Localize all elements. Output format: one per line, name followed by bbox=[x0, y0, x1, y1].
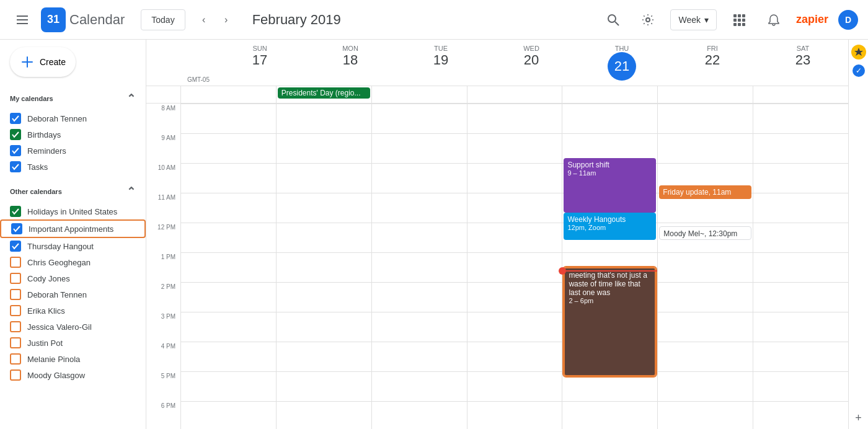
calendar-checkbox[interactable] bbox=[10, 241, 21, 252]
hour-line bbox=[372, 282, 467, 283]
all-day-cell bbox=[180, 86, 276, 103]
calendar-event-meeting-waste[interactable]: meeting that's not just a waste of time … bbox=[564, 267, 656, 376]
day-header-cell: SAT 23 bbox=[758, 40, 848, 86]
hour-line bbox=[467, 223, 562, 223]
svg-rect-9 bbox=[733, 19, 737, 22]
day-name: SUN bbox=[215, 45, 305, 52]
hour-line bbox=[372, 223, 467, 223]
calendar-checkbox[interactable] bbox=[10, 145, 21, 156]
hour-line bbox=[277, 282, 371, 283]
week-selector[interactable]: Week ▾ bbox=[670, 9, 717, 30]
calendar-area: GMT-05 SUN 17 MON 18 TUE 19 WED 20 THU 2… bbox=[146, 40, 848, 429]
hour-line bbox=[658, 312, 753, 312]
grid-columns: Support shift9 – 11amWeekly Hangouts12pm… bbox=[180, 104, 848, 429]
sidebar-item-other-calendar[interactable]: Melanie Pinola bbox=[0, 351, 146, 367]
sidebar-item-other-calendar[interactable]: Justin Pot bbox=[0, 335, 146, 351]
calendar-event-weekly-hangouts[interactable]: Weekly Hangouts12pm, Zoom bbox=[564, 213, 656, 240]
sidebar-item-other-calendar[interactable]: Deborah Tennen bbox=[0, 286, 146, 303]
hour-line bbox=[467, 312, 562, 312]
sidebar-item-my-calendar[interactable]: Reminders bbox=[0, 143, 146, 159]
event-subtitle: 2 – 6pm bbox=[569, 297, 651, 304]
day-name: WED bbox=[486, 45, 577, 52]
apps-button[interactable] bbox=[727, 7, 751, 32]
hour-line bbox=[658, 371, 753, 372]
calendar-event-moody-mel[interactable]: Moody Mel~, 12:30pm bbox=[659, 226, 751, 240]
all-day-cells: Presidents' Day (regio... bbox=[180, 86, 848, 103]
day-number: 21 bbox=[608, 52, 636, 81]
sidebar: Create My calendars ⌃ Deborah Tennen Bir… bbox=[0, 40, 146, 429]
calendar-checkbox[interactable] bbox=[10, 206, 21, 217]
grid-column bbox=[371, 104, 467, 429]
time-label: 5 PM bbox=[146, 371, 180, 401]
calendar-checkbox[interactable] bbox=[10, 321, 21, 332]
event-title: Support shift bbox=[567, 161, 652, 169]
hour-line bbox=[562, 133, 657, 134]
event-title: Weekly Hangouts bbox=[567, 215, 652, 224]
sidebar-item-my-calendar[interactable]: Tasks bbox=[0, 159, 146, 175]
sidebar-item-other-calendar[interactable]: Cody Jones bbox=[0, 270, 146, 286]
calendar-checkbox[interactable] bbox=[10, 305, 21, 316]
calendar-checkbox[interactable] bbox=[10, 273, 21, 284]
check-icon bbox=[12, 224, 21, 233]
chevron-up-icon-other: ⌃ bbox=[126, 185, 136, 198]
current-time-bar bbox=[566, 270, 657, 272]
hour-line bbox=[467, 252, 562, 253]
calendar-checkbox[interactable] bbox=[10, 113, 21, 124]
svg-point-3 bbox=[608, 15, 616, 22]
calendar-checkbox[interactable] bbox=[10, 161, 21, 172]
hour-line bbox=[372, 401, 467, 402]
today-button[interactable]: Today bbox=[141, 9, 185, 30]
time-label: 10 AM bbox=[146, 163, 180, 193]
hour-line bbox=[372, 193, 467, 193]
settings-button[interactable] bbox=[636, 7, 660, 32]
calendar-event-support-shift[interactable]: Support shift9 – 11am bbox=[564, 158, 656, 213]
calendar-label: Erika Klics bbox=[27, 306, 65, 316]
right-panel-add[interactable]: + bbox=[852, 412, 865, 424]
grid-column bbox=[467, 104, 562, 429]
hour-line bbox=[372, 312, 467, 312]
calendar-event-friday-update[interactable]: Friday update, 11am bbox=[659, 185, 751, 199]
sidebar-item-other-calendar[interactable]: Erika Klics bbox=[0, 303, 146, 319]
all-day-event[interactable]: Presidents' Day (regio... bbox=[278, 87, 370, 99]
avatar[interactable]: D bbox=[838, 10, 858, 30]
my-calendars-header[interactable]: My calendars ⌃ bbox=[0, 87, 146, 110]
notifications-button[interactable] bbox=[761, 7, 786, 32]
day-name: SAT bbox=[758, 45, 848, 52]
calendar-checkbox[interactable] bbox=[10, 289, 21, 300]
hour-line bbox=[372, 133, 467, 134]
hour-line bbox=[277, 223, 371, 223]
search-button[interactable] bbox=[601, 7, 626, 32]
sidebar-item-other-calendar[interactable]: Moody Glasgow bbox=[0, 367, 146, 383]
other-calendars-header[interactable]: Other calendars ⌃ bbox=[0, 180, 146, 203]
hour-line bbox=[467, 104, 562, 104]
prev-arrow[interactable]: ‹ bbox=[194, 10, 214, 30]
calendar-checkbox[interactable] bbox=[10, 369, 21, 381]
next-arrow[interactable]: › bbox=[216, 10, 236, 30]
sidebar-item-my-calendar[interactable]: Birthdays bbox=[0, 126, 146, 143]
create-button[interactable]: Create bbox=[10, 47, 76, 77]
sidebar-item-other-calendar[interactable]: Jessica Valero-Gil bbox=[0, 319, 146, 335]
calendar-checkbox[interactable] bbox=[10, 353, 21, 365]
sidebar-item-other-calendar[interactable]: Important Appointments bbox=[0, 219, 146, 238]
hour-line bbox=[562, 104, 657, 104]
create-plus-icon bbox=[20, 55, 35, 69]
grid-column bbox=[276, 104, 371, 429]
sidebar-item-my-calendar[interactable]: Deborah Tennen bbox=[0, 110, 146, 126]
sidebar-item-other-calendar[interactable]: Thursday Hangout bbox=[0, 238, 146, 254]
other-calendars-list: Holidays in United States Important Appo… bbox=[0, 203, 146, 383]
all-day-cell bbox=[657, 86, 753, 103]
current-time-dot bbox=[559, 267, 566, 275]
calendar-label: Cody Jones bbox=[27, 274, 70, 283]
calendar-checkbox[interactable] bbox=[10, 129, 21, 140]
all-day-cell bbox=[562, 86, 657, 103]
sidebar-item-other-calendar[interactable]: Holidays in United States bbox=[0, 203, 146, 219]
hour-line bbox=[467, 193, 562, 193]
nav-arrows: ‹ › bbox=[194, 10, 236, 30]
main-layout: Create My calendars ⌃ Deborah Tennen Bir… bbox=[0, 40, 868, 429]
sidebar-item-other-calendar[interactable]: Chris Geoghegan bbox=[0, 254, 146, 270]
calendar-checkbox[interactable] bbox=[10, 337, 21, 348]
hour-line bbox=[753, 282, 848, 283]
calendar-checkbox[interactable] bbox=[10, 257, 21, 268]
calendar-checkbox[interactable] bbox=[11, 223, 22, 234]
menu-button[interactable] bbox=[10, 7, 35, 32]
